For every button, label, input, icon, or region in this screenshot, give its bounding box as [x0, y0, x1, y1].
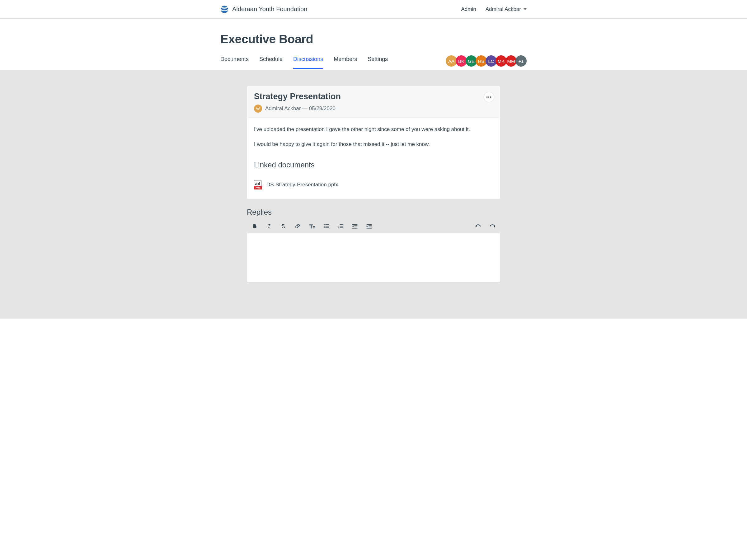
- brand[interactable]: Alderaan Youth Foundation: [221, 5, 461, 14]
- bold-button[interactable]: [251, 223, 258, 230]
- outdent-button[interactable]: [352, 223, 358, 230]
- discussion-title: Strategy Presentation: [254, 92, 493, 101]
- numbered-list-button[interactable]: 123: [337, 223, 344, 230]
- svg-rect-8: [340, 224, 344, 225]
- svg-rect-15: [354, 227, 357, 228]
- tab-members[interactable]: Members: [334, 56, 357, 69]
- avatar[interactable]: MK: [495, 55, 507, 66]
- discussion-card: Strategy Presentation AA Admiral Ackbar …: [247, 86, 500, 199]
- user-name: Admiral Ackbar: [486, 6, 521, 12]
- svg-rect-13: [352, 224, 358, 224]
- page-title: Executive Board: [221, 32, 526, 46]
- svg-rect-2: [326, 224, 329, 225]
- avatar[interactable]: HS: [475, 55, 487, 66]
- svg-rect-6: [326, 228, 329, 228]
- italic-button[interactable]: [265, 223, 272, 230]
- ellipsis-icon: •••: [486, 95, 492, 99]
- globe-icon: [221, 5, 229, 14]
- avatar[interactable]: BK: [456, 55, 467, 66]
- avatar[interactable]: MM: [506, 55, 517, 66]
- svg-point-5: [324, 227, 325, 228]
- editor-toolbar: 123: [247, 221, 500, 233]
- undo-button[interactable]: [475, 223, 482, 230]
- avatar[interactable]: AA: [446, 55, 457, 66]
- avatar[interactable]: GE: [466, 55, 477, 66]
- linked-documents-heading: Linked documents: [254, 161, 493, 172]
- svg-text:3: 3: [338, 227, 339, 229]
- svg-rect-4: [326, 226, 329, 226]
- admin-link[interactable]: Admin: [461, 6, 476, 12]
- tabbar: Documents Schedule Discussions Members S…: [221, 56, 388, 69]
- tab-documents[interactable]: Documents: [221, 56, 249, 69]
- bullet-list-button[interactable]: [323, 223, 330, 230]
- linked-document-name: DS-Strategy-Presentation.pptx: [266, 182, 338, 188]
- strikethrough-button[interactable]: [280, 223, 287, 230]
- member-avatars: AA BK GE HS LC MK MM +1: [447, 55, 526, 70]
- svg-rect-10: [340, 226, 344, 226]
- svg-rect-19: [368, 227, 371, 228]
- tab-settings[interactable]: Settings: [367, 56, 388, 69]
- svg-rect-18: [368, 225, 371, 226]
- svg-rect-17: [367, 224, 372, 224]
- svg-rect-12: [340, 228, 344, 228]
- author-avatar: AA: [254, 105, 262, 113]
- textsize-button[interactable]: [308, 223, 315, 230]
- replies-heading: Replies: [247, 208, 500, 216]
- tab-discussions[interactable]: Discussions: [293, 56, 323, 69]
- more-actions-button[interactable]: •••: [484, 92, 494, 102]
- chevron-down-icon: [523, 8, 526, 10]
- svg-rect-16: [352, 228, 358, 229]
- pptx-icon: PPTX: [254, 180, 262, 189]
- discussion-body: I've uploaded the presentation I gave th…: [254, 125, 493, 148]
- avatar[interactable]: LC: [486, 55, 497, 66]
- tab-schedule[interactable]: Schedule: [259, 56, 283, 69]
- reply-editor[interactable]: [247, 233, 500, 283]
- indent-button[interactable]: [366, 223, 372, 230]
- discussion-meta: Admiral Ackbar — 05/29/2020: [265, 105, 336, 112]
- link-button[interactable]: [294, 223, 301, 230]
- brand-name: Alderaan Youth Foundation: [232, 6, 307, 13]
- body-paragraph: I would be happy to give it again for th…: [254, 140, 493, 149]
- svg-point-1: [324, 224, 325, 225]
- topbar: Alderaan Youth Foundation Admin Admiral …: [0, 0, 747, 19]
- redo-button[interactable]: [489, 223, 496, 230]
- svg-point-3: [324, 225, 325, 226]
- svg-rect-20: [367, 228, 372, 229]
- linked-document[interactable]: PPTX DS-Strategy-Presentation.pptx: [254, 180, 493, 189]
- body-paragraph: I've uploaded the presentation I gave th…: [254, 125, 493, 133]
- user-menu[interactable]: Admiral Ackbar: [486, 6, 526, 12]
- avatar-more[interactable]: +1: [515, 55, 526, 66]
- svg-rect-14: [354, 225, 357, 226]
